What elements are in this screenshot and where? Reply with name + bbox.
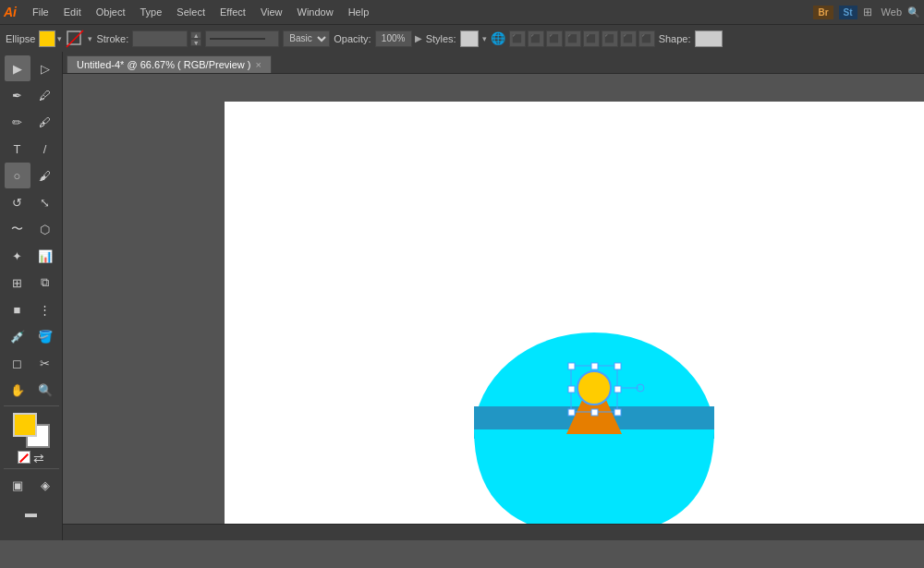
distribute-v[interactable]: ⬛	[638, 30, 655, 47]
eyedropper-tools: 💉 🪣	[5, 323, 58, 349]
stroke-arrow[interactable]: ▾	[88, 34, 92, 43]
bridge-button[interactable]: Br	[813, 6, 833, 19]
svg-rect-9	[591, 363, 598, 369]
stroke-up[interactable]: ▲	[190, 31, 201, 39]
draw-normal-icon[interactable]: ▣	[5, 472, 30, 498]
curvature-tool[interactable]: 🖊	[32, 82, 58, 108]
hand-tool[interactable]: ✋	[5, 377, 30, 403]
view-mode-tools: ▣ ◈	[5, 472, 58, 498]
tab-close-button[interactable]: ×	[256, 59, 261, 70]
swap-colors-icon[interactable]: ⇄	[33, 451, 44, 465]
stock-button[interactable]: St	[839, 6, 857, 19]
bottom-tools: ▣ ◈ ▬	[5, 472, 58, 526]
globe-icon[interactable]: 🌐	[491, 31, 505, 45]
stroke-style-select[interactable]: Basic	[283, 30, 330, 47]
menu-right: Br St ⊞ Web 🔍	[813, 6, 920, 19]
menu-select[interactable]: Select	[170, 5, 212, 19]
pen-tool[interactable]: ✒	[5, 82, 30, 108]
paint-bucket-tool[interactable]: 🪣	[32, 323, 58, 349]
gradient-tool[interactable]: ■	[5, 296, 30, 322]
canvas-area: Untitled-4* @ 66.67% ( RGB/Preview ) ×	[63, 52, 924, 540]
fill-swatch[interactable]	[39, 30, 55, 47]
styles-arrow[interactable]: ▾	[482, 34, 487, 43]
shape-tools: ○ 🖌	[5, 163, 58, 188]
search-icon[interactable]: 🔍	[907, 6, 920, 18]
fill-arrow[interactable]: ▾	[57, 34, 62, 43]
align-center-v[interactable]: ⬛	[583, 30, 600, 47]
line-tool[interactable]: /	[32, 136, 58, 162]
gradient-tools: ■ ⋮	[5, 296, 58, 322]
menu-object[interactable]: Object	[90, 5, 132, 19]
eyedropper-tool[interactable]: 💉	[5, 323, 30, 349]
opacity-expand[interactable]: ▶	[415, 33, 422, 43]
svg-point-6	[578, 371, 611, 405]
free-transform-tool[interactable]: ⬡	[32, 216, 58, 242]
distribute-h[interactable]: ⬛	[620, 30, 637, 47]
paintbrush-tool[interactable]: 🖌	[32, 163, 58, 188]
menu-edit[interactable]: Edit	[57, 5, 88, 19]
rotate-tool[interactable]: ↺	[5, 189, 30, 215]
zoom-tool[interactable]: 🔍	[32, 377, 58, 403]
opacity-input[interactable]	[375, 30, 412, 47]
stroke-down[interactable]: ▼	[190, 39, 201, 46]
selection-tool[interactable]: ▶	[5, 55, 30, 81]
tab-paren-open: (	[177, 59, 181, 70]
tab-mode: RGB/Preview	[184, 59, 245, 70]
stroke-line-display	[210, 38, 265, 40]
align-top[interactable]: ⬛	[565, 30, 581, 47]
stroke-spinners: ▲ ▼	[190, 31, 201, 46]
menu-type[interactable]: Type	[134, 5, 169, 19]
artwork-svg	[225, 102, 924, 524]
direct-select-tool[interactable]: ▷	[32, 55, 58, 81]
pencil-tool[interactable]: ✏	[5, 109, 30, 135]
scale-tool[interactable]: ⤡	[32, 189, 58, 215]
svg-rect-0	[67, 31, 80, 44]
change-screen-mode[interactable]: ▬	[13, 500, 50, 526]
blob-tool[interactable]: 🖋	[32, 109, 58, 135]
align-right[interactable]: ⬛	[546, 30, 563, 47]
warp-tool[interactable]: 〜	[5, 216, 30, 242]
artboard	[225, 102, 924, 524]
none-color-icon[interactable]	[18, 451, 30, 464]
ellipse-tool[interactable]: ○	[5, 163, 30, 188]
svg-rect-8	[568, 363, 575, 369]
styles-label: Styles:	[426, 33, 456, 44]
mesh-tool[interactable]: ⋮	[32, 296, 58, 322]
svg-rect-10	[614, 363, 621, 369]
document-tab[interactable]: Untitled-4* @ 66.67% ( RGB/Preview ) ×	[67, 55, 272, 73]
stroke-label: Stroke:	[96, 33, 128, 44]
eraser-tool[interactable]: ◻	[5, 350, 30, 376]
draw-tools-2: ✏ 🖋	[5, 109, 58, 135]
svg-rect-12	[614, 386, 621, 393]
symbol-tool[interactable]: ✦	[5, 243, 30, 269]
foreground-color[interactable]	[13, 413, 37, 437]
menu-file[interactable]: File	[26, 5, 55, 19]
align-left[interactable]: ⬛	[509, 30, 526, 47]
column-graph-tool[interactable]: 📊	[32, 243, 58, 269]
stroke-input[interactable]	[132, 30, 188, 47]
svg-rect-11	[568, 386, 575, 393]
artboard-tool[interactable]: ⊞	[5, 270, 30, 296]
hand-tools: ✋ 🔍	[5, 377, 58, 403]
align-bottom[interactable]: ⬛	[602, 30, 618, 47]
warp-tools: 〜 ⬡	[5, 216, 58, 242]
tab-bar: Untitled-4* @ 66.67% ( RGB/Preview ) ×	[63, 52, 924, 74]
align-center-h[interactable]: ⬛	[528, 30, 544, 47]
menu-effect[interactable]: Effect	[213, 5, 252, 19]
menu-help[interactable]: Help	[342, 5, 376, 19]
symbol-tools: ✦ 📊	[5, 243, 58, 269]
slice-tool[interactable]: ⧉	[32, 270, 58, 296]
stroke-indicator[interactable]	[66, 30, 84, 48]
menu-view[interactable]: View	[254, 5, 289, 19]
draw-inside-icon[interactable]: ◈	[32, 472, 58, 498]
shape-option-label: Shape:	[659, 33, 691, 44]
scissors-tool[interactable]: ✂	[32, 350, 58, 376]
app-logo: Ai	[4, 5, 17, 19]
styles-swatch[interactable]	[460, 30, 479, 47]
svg-rect-13	[568, 409, 575, 416]
opacity-label: Opacity:	[334, 33, 371, 44]
workspace-grid-icon[interactable]: ⊞	[863, 6, 872, 18]
type-tool[interactable]: T	[5, 136, 30, 162]
menu-window[interactable]: Window	[291, 5, 340, 19]
canvas-container[interactable]	[63, 74, 924, 524]
